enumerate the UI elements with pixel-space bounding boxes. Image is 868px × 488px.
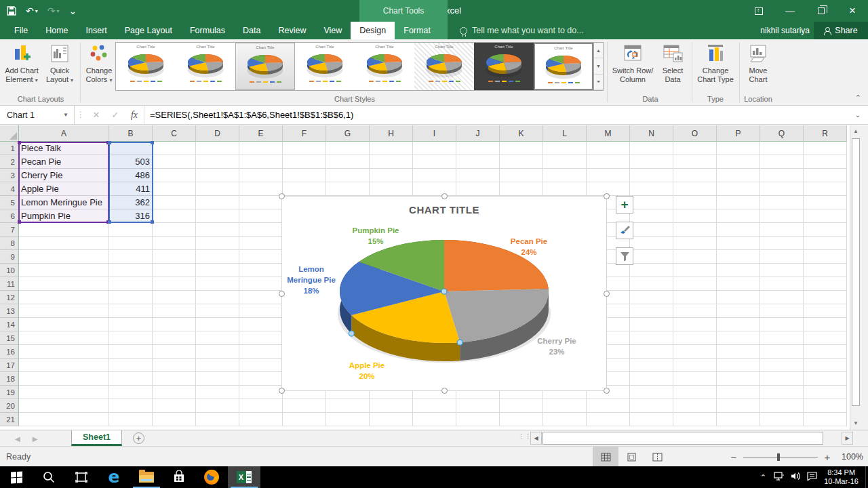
cell-A18[interactable] (19, 372, 109, 386)
column-header-R[interactable]: R (804, 125, 847, 142)
cell-R1[interactable] (804, 142, 847, 155)
cell-Q15[interactable] (760, 331, 804, 345)
cell-R4[interactable] (804, 182, 847, 196)
cell-A4[interactable]: Apple Pie (19, 182, 109, 196)
cell-A14[interactable] (19, 318, 109, 331)
cell-F3[interactable] (283, 169, 326, 182)
cell-O16[interactable] (673, 345, 717, 359)
cell-A19[interactable] (19, 386, 109, 399)
cell-E11[interactable] (239, 277, 283, 291)
chart-title[interactable]: CHART TITLE (282, 204, 606, 216)
cell-D17[interactable] (196, 359, 239, 372)
cell-J1[interactable] (456, 142, 500, 155)
column-header-D[interactable]: D (196, 125, 239, 142)
move-chart-button[interactable]: Move Chart (741, 42, 776, 84)
cell-D19[interactable] (196, 386, 239, 399)
cell-N21[interactable] (630, 413, 673, 426)
cell-B19[interactable] (109, 386, 153, 399)
taskbar-firefox-icon[interactable] (195, 466, 228, 488)
scroll-up-icon[interactable]: ▲ (850, 125, 861, 138)
tab-home[interactable]: Home (37, 22, 77, 39)
cell-A6[interactable]: Pumpkin Pie (19, 209, 109, 223)
cell-E10[interactable] (239, 264, 283, 277)
cell-K4[interactable] (500, 182, 543, 196)
cell-R10[interactable] (804, 264, 847, 277)
cell-D3[interactable] (196, 169, 239, 182)
cell-A8[interactable] (19, 237, 109, 250)
cell-F1[interactable] (283, 142, 326, 155)
cell-C1[interactable] (153, 142, 196, 155)
cell-C2[interactable] (153, 155, 196, 169)
row-header-19[interactable]: 19 (0, 386, 19, 399)
cell-I3[interactable] (413, 169, 456, 182)
page-layout-view-button[interactable] (618, 447, 644, 467)
cell-M21[interactable] (587, 413, 630, 426)
cell-R14[interactable] (804, 318, 847, 331)
cell-Q9[interactable] (760, 250, 804, 264)
cell-P6[interactable] (717, 209, 760, 223)
collapse-ribbon-icon[interactable]: ⌃ (855, 94, 861, 102)
sheet-tab-sheet1[interactable]: Sheet1 (71, 430, 122, 446)
cell-B20[interactable] (109, 399, 153, 413)
scroll-down-icon[interactable]: ▼ (850, 418, 861, 430)
cell-N3[interactable] (630, 169, 673, 182)
cell-E15[interactable] (239, 331, 283, 345)
cell-R6[interactable] (804, 209, 847, 223)
gallery-more-icon[interactable]: ⏷ (594, 75, 603, 90)
cell-E1[interactable] (239, 142, 283, 155)
cell-P20[interactable] (717, 399, 760, 413)
cell-B14[interactable] (109, 318, 153, 331)
cell-R8[interactable] (804, 237, 847, 250)
cell-B15[interactable] (109, 331, 153, 345)
cell-P15[interactable] (717, 331, 760, 345)
normal-view-button[interactable] (593, 447, 618, 467)
data-label-lemon-meringue-pie[interactable]: Lemon Meringue Pie18% (282, 264, 340, 296)
cell-D11[interactable] (196, 277, 239, 291)
cell-O9[interactable] (673, 250, 717, 264)
cell-A21[interactable] (19, 413, 109, 426)
cell-C8[interactable] (153, 237, 196, 250)
cell-R2[interactable] (804, 155, 847, 169)
cell-N1[interactable] (630, 142, 673, 155)
tab-page-layout[interactable]: Page Layout (116, 22, 181, 39)
column-header-G[interactable]: G (326, 125, 370, 142)
cell-H1[interactable] (370, 142, 413, 155)
cell-P18[interactable] (717, 372, 760, 386)
cell-F21[interactable] (283, 413, 326, 426)
cell-J4[interactable] (456, 182, 500, 196)
cell-N20[interactable] (630, 399, 673, 413)
cell-A13[interactable] (19, 304, 109, 318)
cell-I21[interactable] (413, 413, 456, 426)
cell-B5[interactable]: 362 (109, 196, 153, 209)
network-icon[interactable] (771, 471, 787, 483)
cell-N8[interactable] (630, 237, 673, 250)
cell-D1[interactable] (196, 142, 239, 155)
cell-I20[interactable] (413, 399, 456, 413)
page-break-view-button[interactable] (644, 447, 670, 467)
cell-N16[interactable] (630, 345, 673, 359)
chart-filters-button[interactable] (616, 247, 633, 265)
chart-resize-handle[interactable] (604, 388, 610, 394)
cell-N18[interactable] (630, 372, 673, 386)
cell-C15[interactable] (153, 331, 196, 345)
share-button[interactable]: Share (814, 22, 868, 39)
cell-P10[interactable] (717, 264, 760, 277)
chart-resize-handle[interactable] (441, 193, 448, 199)
cell-E18[interactable] (239, 372, 283, 386)
tab-formulas[interactable]: Formulas (181, 22, 234, 39)
cell-Q18[interactable] (760, 372, 804, 386)
zoom-in-icon[interactable]: + (818, 451, 837, 463)
cell-H3[interactable] (370, 169, 413, 182)
cell-Q4[interactable] (760, 182, 804, 196)
data-label-cherry-pie[interactable]: Cherry Pie23% (526, 336, 587, 357)
cell-R13[interactable] (804, 304, 847, 318)
row-header-14[interactable]: 14 (0, 318, 19, 331)
cell-J21[interactable] (456, 413, 500, 426)
cell-A17[interactable] (19, 359, 109, 372)
column-header-I[interactable]: I (413, 125, 456, 142)
cell-A11[interactable] (19, 277, 109, 291)
cell-Q17[interactable] (760, 359, 804, 372)
cell-M20[interactable] (587, 399, 630, 413)
row-header-11[interactable]: 11 (0, 277, 19, 291)
cell-K21[interactable] (500, 413, 543, 426)
